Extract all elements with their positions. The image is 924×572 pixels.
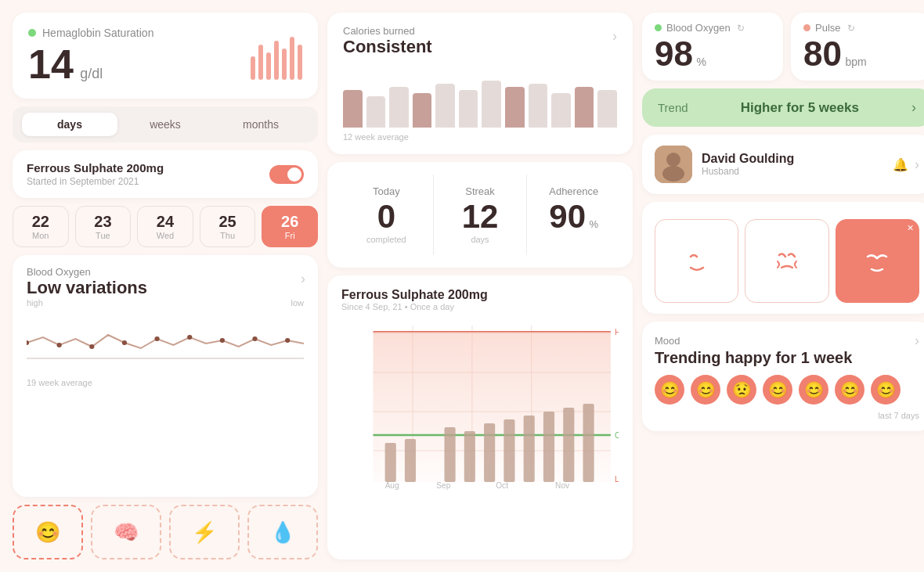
trend-card[interactable]: Trend Higher for 5 weeks › (642, 88, 924, 127)
stats-card: Today 0 completedStreak 12 daysAdherence… (327, 162, 633, 268)
svg-point-2 (89, 344, 94, 349)
svg-text:OK: OK (615, 431, 619, 440)
svg-point-3 (122, 340, 127, 345)
cal-title: Consistent (343, 37, 432, 57)
face-angry-btn[interactable]: ✕ (836, 219, 919, 303)
cal-bar (529, 84, 548, 128)
hemo-bar (274, 41, 279, 80)
period-btn-weeks[interactable]: weeks (117, 113, 213, 136)
hemo-mini-chart (251, 49, 302, 80)
hemo-bar (258, 45, 263, 80)
svg-point-8 (285, 338, 290, 343)
cal-bar (505, 87, 525, 128)
profile-relation: Husband (702, 166, 794, 177)
stat-label: Streak (440, 185, 521, 197)
cal-bar (575, 87, 594, 128)
avatar (655, 146, 692, 183)
big-chart-sub: Since 4 Sep, 21 • Once a day (341, 302, 619, 311)
vital-pulse-card: Pulse ↻ 80 bpm (791, 13, 924, 81)
wave-chart (27, 315, 304, 370)
svg-text:Low: Low (615, 475, 619, 484)
svg-rect-26 (524, 416, 535, 482)
face-happy-btn[interactable] (655, 219, 738, 303)
period-btn-days[interactable]: days (22, 113, 117, 136)
medication-name: Ferrous Sulphate 200mg (27, 161, 164, 174)
face-close-icon[interactable]: ✕ (907, 223, 914, 233)
face-stressed-btn[interactable] (745, 219, 828, 303)
blood-oxygen-card: › Blood Oxygen Low variations high low (13, 255, 318, 497)
stat-item: Streak 12 days (434, 174, 528, 255)
vital-value-1: 98 (655, 34, 693, 73)
calories-card: Calories burned Consistent › 12 week ave… (327, 13, 633, 154)
svg-rect-20 (385, 443, 396, 482)
nav-icon-btn[interactable]: ⚡ (169, 505, 240, 559)
cal-bar (551, 93, 571, 128)
svg-point-7 (252, 336, 257, 341)
vital-header-2: Pulse ↻ (803, 22, 919, 34)
boxy-chevron-icon[interactable]: › (301, 271, 305, 287)
big-chart-card: Ferrous Sulphate 200mg Since 4 Sep, 21 •… (327, 275, 633, 559)
vitals-row: Blood Oxygen ↻ 98 % Pulse ↻ 80 bpm (642, 13, 924, 81)
svg-point-0 (27, 340, 29, 345)
vital-unit-1: % (696, 56, 706, 68)
bell-icon[interactable]: 🔔 (893, 157, 908, 172)
mood-label: Mood (655, 335, 680, 347)
vital-blood-oxygen-card: Blood Oxygen ↻ 98 % (642, 13, 783, 81)
vital-header-1: Blood Oxygen ↻ (655, 22, 771, 34)
stat-value: 12 (462, 198, 499, 235)
cal-bar (413, 93, 432, 128)
vital-refresh-1[interactable]: ↻ (737, 23, 745, 34)
profile-chevron-icon[interactable]: › (915, 156, 919, 173)
stat-value: 90 (549, 198, 586, 235)
trend-label: Trend (658, 101, 688, 114)
medication-sub: Started in September 2021 (27, 176, 164, 187)
cal-header: Calories burned Consistent › (343, 25, 617, 57)
medication-toggle[interactable] (269, 165, 304, 184)
profile-name: David Goulding (702, 152, 794, 166)
svg-point-5 (187, 335, 192, 340)
medication-info: Ferrous Sulphate 200mg Started in Septem… (27, 161, 164, 187)
date-day: Tue (76, 231, 131, 240)
wave-high-label: high (27, 298, 43, 308)
period-btn-months[interactable]: months (213, 113, 309, 136)
mood-chevron-icon[interactable]: › (915, 333, 919, 349)
cal-bars (343, 65, 617, 128)
date-day: Mon (13, 231, 68, 240)
cal-bar (482, 81, 501, 128)
boxy-title: Low variations (27, 278, 304, 298)
svg-text:Nov: Nov (555, 481, 569, 490)
trend-chevron-icon[interactable]: › (911, 99, 916, 116)
date-cell[interactable]: 24Wed (137, 206, 193, 247)
mood-emoji: 😊 (835, 375, 864, 405)
big-chart-svg: High OK Low Aug Sep Oct Nov (341, 318, 619, 490)
mood-emoji: 😟 (727, 375, 756, 405)
svg-rect-25 (504, 419, 514, 482)
cal-footer: 12 week average (343, 132, 617, 142)
mood-footer: last 7 days (655, 411, 919, 420)
date-cell[interactable]: 25Thu (200, 206, 256, 247)
nav-icon-btn[interactable]: 😊 (13, 505, 83, 559)
hemo-header: Hemaglobin Saturation (28, 27, 302, 39)
vital-refresh-2[interactable]: ↻ (847, 23, 855, 34)
faces-row: ✕ (655, 219, 919, 303)
date-cell[interactable]: 22Mon (13, 206, 69, 247)
nav-icon-btn[interactable]: 🧠 (91, 505, 161, 559)
date-cell[interactable]: 26Fri (262, 206, 318, 247)
cal-chevron-icon[interactable]: › (612, 28, 617, 45)
date-day: Thu (200, 231, 255, 240)
mood-emoji: 😊 (655, 375, 684, 405)
nav-icon-btn[interactable]: 💧 (247, 505, 318, 559)
svg-rect-24 (484, 423, 495, 482)
vital-dot-salmon (803, 24, 810, 31)
svg-point-4 (154, 336, 159, 341)
mood-emoji: 😊 (691, 375, 720, 405)
date-cell[interactable]: 23Tue (75, 206, 132, 247)
profile-card[interactable]: David Goulding Husband 🔔 › (642, 135, 924, 194)
mood-faces-card: ✕ (642, 202, 924, 314)
svg-text:Aug: Aug (385, 481, 399, 490)
hemo-value-row: 14 g/dl (28, 44, 302, 85)
hemo-value: 14 (28, 41, 74, 87)
hemoglobin-card: Hemaglobin Saturation 14 g/dl (13, 13, 318, 99)
svg-rect-28 (563, 408, 574, 482)
svg-point-6 (220, 338, 225, 343)
